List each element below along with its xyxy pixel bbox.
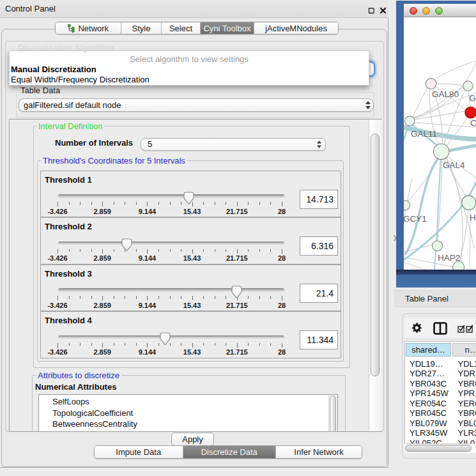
svg-text:GAL11: GAL11 <box>411 129 437 139</box>
svg-text:C: C <box>470 118 476 128</box>
svg-text:GCY1: GCY1 <box>404 214 427 224</box>
svg-text:GAL4: GAL4 <box>443 160 465 170</box>
svg-text:GA: GA <box>469 93 476 103</box>
svg-text:HAP2: HAP2 <box>438 253 460 263</box>
svg-text:H: H <box>470 213 476 222</box>
svg-text:GAL80: GAL80 <box>432 89 459 99</box>
